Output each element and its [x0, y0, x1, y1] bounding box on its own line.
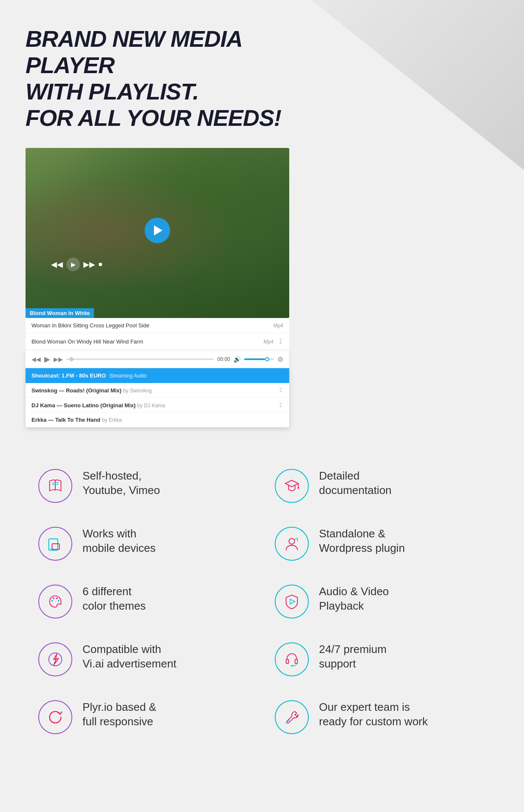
- mini-play-button[interactable]: ▶: [66, 258, 80, 271]
- video-item-1[interactable]: Woman In Bikini Sitting Cross Legged Poo…: [26, 318, 289, 333]
- feature-color-themes: 6 different color themes: [26, 573, 262, 630]
- svg-point-11: [51, 600, 53, 602]
- track-3-artist: by Erkka: [102, 417, 122, 423]
- fast-forward-button[interactable]: ▶▶: [83, 260, 95, 269]
- controls-bar: ◀◀ ▶ ▶▶ 00:00 🔊 ⚙: [26, 350, 289, 368]
- wordpress-label: Standalone & Wordpress plugin: [319, 527, 486, 556]
- page-wrapper: BRAND NEW MEDIA PLAYER WITH PLAYLIST. FO…: [0, 0, 524, 812]
- svg-rect-18: [286, 659, 289, 664]
- track-2-name: DJ Kama — Sueno Latino (Original Mix): [31, 402, 136, 409]
- feature-vi-ad: Compatible with Vi.ai advertisement: [26, 630, 262, 688]
- custom-work-label: Our expert team is ready for custom work: [319, 700, 486, 729]
- self-hosted-text: Self-hosted, Youtube, Vimeo: [83, 469, 249, 498]
- color-themes-text: 6 different color themes: [83, 585, 249, 613]
- main-content: BRAND NEW MEDIA PLAYER WITH PLAYLIST. FO…: [26, 26, 498, 746]
- rewind-button[interactable]: ◀◀: [51, 260, 63, 269]
- av-playback-text: Audio & Video Playback: [319, 585, 486, 613]
- svg-point-8: [289, 539, 294, 544]
- detailed-docs-icon-wrap: [275, 469, 309, 503]
- svg-point-14: [58, 600, 60, 602]
- video-item-2-download[interactable]: ↧: [278, 338, 283, 346]
- vi-ad-label: Compatible with Vi.ai advertisement: [83, 642, 249, 671]
- playlist-popup: Shoutcast: 1.FM - 80s EURO Streaming Aud…: [26, 368, 289, 427]
- color-themes-label: 6 different color themes: [83, 585, 249, 613]
- video-item-2[interactable]: Blond Woman On Windy Hill Near Wind Farm…: [26, 333, 289, 350]
- hero-title-line3: FOR ALL YOUR NEEDS!: [26, 105, 323, 131]
- track-2-info: DJ Kama — Sueno Latino (Original Mix) by…: [31, 402, 165, 409]
- palette-icon: [46, 593, 64, 610]
- self-hosted-icon-wrap: [38, 469, 72, 503]
- hero-title-line1: BRAND NEW MEDIA PLAYER: [26, 26, 323, 78]
- feature-av-playback: Audio & Video Playback: [262, 573, 498, 630]
- settings-icon[interactable]: ⚙: [277, 355, 283, 363]
- mini-controls: ◀◀ ▶ ▶▶: [51, 258, 102, 271]
- playlist-track-1[interactable]: Swinskog — Roads! (Original Mix) by Swin…: [26, 383, 289, 398]
- svg-marker-17: [54, 654, 58, 665]
- detailed-docs-text: Detailed documentation: [319, 469, 486, 498]
- vi-ad-icon-wrap: [38, 642, 72, 676]
- track-1-download[interactable]: ↧: [278, 387, 283, 394]
- volume-bar[interactable]: [244, 358, 274, 360]
- hero-title-line2: WITH PLAYLIST.: [26, 78, 323, 105]
- refresh-icon: [46, 708, 64, 726]
- shield-play-icon: [283, 593, 301, 610]
- playlist-track-2[interactable]: DJ Kama — Sueno Latino (Original Mix) by…: [26, 398, 289, 413]
- track-3-name: Erkka — Talk To The Hand: [31, 417, 100, 423]
- color-themes-icon-wrap: [38, 585, 72, 619]
- prev-button[interactable]: ◀◀: [31, 356, 41, 363]
- av-playback-icon-wrap: [275, 585, 309, 619]
- playlist-header: Shoutcast: 1.FM - 80s EURO Streaming Aud…: [26, 368, 289, 383]
- self-hosted-label: Self-hosted, Youtube, Vimeo: [83, 469, 249, 498]
- feature-support: 24/7 premium support: [262, 630, 498, 688]
- vi-ad-text: Compatible with Vi.ai advertisement: [83, 642, 249, 671]
- custom-work-icon-wrap: [275, 700, 309, 734]
- track-3-info: Erkka — Talk To The Hand by Erkka: [31, 417, 122, 423]
- video-item-2-title: Blond Woman On Windy Hill Near Wind Farm: [31, 338, 261, 345]
- plyr-text: Plyr.io based & full responsive: [83, 700, 249, 729]
- track-1-artist: by Swinskog: [123, 388, 151, 394]
- track-2-artist: by DJ Kama: [137, 403, 165, 409]
- progress-dot-mini: [99, 263, 102, 266]
- track-2-download[interactable]: ↧: [278, 402, 283, 409]
- progress-bar[interactable]: [66, 358, 214, 360]
- feature-custom-work: Our expert team is ready for custom work: [262, 688, 498, 746]
- track-1-info: Swinskog — Roads! (Original Mix) by Swin…: [31, 387, 152, 394]
- video-item-2-format: Mp4: [264, 339, 273, 345]
- headset-icon: [283, 650, 301, 668]
- video-item-1-format: Mp4: [273, 323, 283, 329]
- time-display: 00:00: [217, 356, 230, 362]
- hero-title: BRAND NEW MEDIA PLAYER WITH PLAYLIST. FO…: [26, 26, 323, 131]
- wordpress-icon-wrap: [275, 527, 309, 561]
- feature-detailed-docs: Detailed documentation: [262, 457, 498, 515]
- mobile-icon-wrap: [38, 527, 72, 561]
- video-play-button[interactable]: [145, 218, 170, 243]
- support-text: 24/7 premium support: [319, 642, 486, 671]
- support-label: 24/7 premium support: [319, 642, 486, 671]
- track-1-name: Swinskog — Roads! (Original Mix): [31, 387, 122, 394]
- mobile-icon: [46, 535, 64, 553]
- playlist-track-3[interactable]: Erkka — Talk To The Hand by Erkka: [26, 413, 289, 427]
- volume-icon[interactable]: 🔊: [234, 356, 241, 363]
- stream-type-label: Streaming Audio: [109, 373, 147, 379]
- tools-icon: [283, 708, 301, 726]
- svg-point-13: [56, 598, 58, 599]
- feature-wordpress: Standalone & Wordpress plugin: [262, 515, 498, 573]
- wordpress-text: Standalone & Wordpress plugin: [319, 527, 486, 556]
- plyr-icon-wrap: [38, 700, 72, 734]
- volume-fill: [244, 358, 265, 360]
- detailed-docs-label: Detailed documentation: [319, 469, 486, 498]
- video-item-1-title: Woman In Bikini Sitting Cross Legged Poo…: [31, 322, 271, 329]
- mobile-label: Works with mobile devices: [83, 527, 249, 556]
- feature-self-hosted: Self-hosted, Youtube, Vimeo: [26, 457, 262, 515]
- next-button[interactable]: ▶▶: [54, 356, 63, 363]
- svg-point-20: [291, 665, 293, 667]
- play-pause-button[interactable]: ▶: [44, 355, 50, 364]
- svg-point-3: [297, 487, 299, 489]
- progress-indicator: [69, 357, 74, 361]
- video-area[interactable]: ◀◀ ▶ ▶▶ Blond Woman In White: [26, 148, 289, 318]
- support-icon-wrap: [275, 642, 309, 676]
- svg-rect-19: [295, 659, 298, 664]
- svg-point-6: [53, 549, 54, 550]
- player-container: ◀◀ ▶ ▶▶ Blond Woman In White Woman In Bi…: [26, 148, 315, 427]
- progress-fill: [66, 358, 69, 360]
